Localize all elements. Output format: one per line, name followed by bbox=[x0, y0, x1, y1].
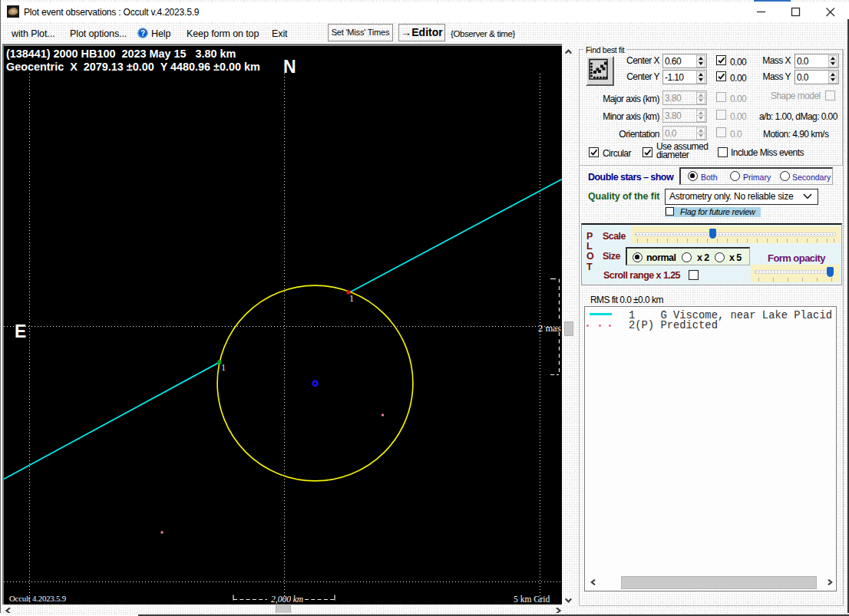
svg-text:N: N bbox=[283, 57, 296, 77]
svg-text:?: ? bbox=[140, 29, 145, 38]
svg-text:Geocentric X 2079.13 ±0.00: Geocentric X 2079.13 ±0.00 Y 4480.96 ±0.… bbox=[6, 61, 260, 73]
svg-text:5 km Grid: 5 km Grid bbox=[514, 595, 550, 604]
svg-text:2,000 km: 2,000 km bbox=[271, 595, 303, 604]
svg-text:1: 1 bbox=[349, 293, 354, 304]
svg-text:2 mas: 2 mas bbox=[538, 323, 561, 334]
svg-text:1: 1 bbox=[221, 362, 226, 373]
svg-text:Occult 4.2023.5.9: Occult 4.2023.5.9 bbox=[9, 594, 66, 603]
svg-text:E: E bbox=[15, 321, 26, 341]
svg-text:(138441) 2000 HB100 2023 May: (138441) 2000 HB100 2023 May 15 3.80 km bbox=[6, 48, 236, 60]
